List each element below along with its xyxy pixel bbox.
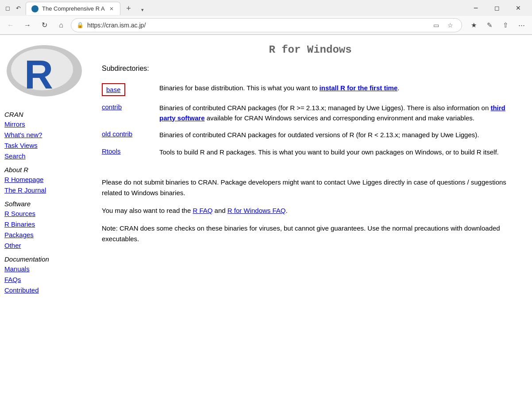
- main-content: R for Windows Subdirectories: base Binar…: [93, 35, 532, 405]
- share-button[interactable]: ⇧: [498, 18, 513, 32]
- more-button[interactable]: ⋯: [514, 18, 528, 32]
- new-tab-button[interactable]: +: [122, 2, 135, 15]
- maximize-button[interactable]: ◻: [487, 1, 507, 15]
- title-bar-icons: ◻ ↶: [4, 4, 22, 12]
- hub-button[interactable]: ★: [466, 18, 481, 32]
- rwin-faq-link[interactable]: R for Windows FAQ: [227, 207, 286, 214]
- rtools-link[interactable]: Rtools: [102, 147, 121, 155]
- install-r-link[interactable]: install R for the first time: [320, 84, 398, 92]
- tab-title: The Comprehensive R A: [42, 5, 105, 12]
- separator: [102, 171, 519, 172]
- old-contrib-desc: Binaries of contributed CRAN packages fo…: [159, 127, 519, 144]
- base-link-cell: base: [102, 80, 159, 100]
- url-text: https://cran.ism.ac.jp/: [87, 22, 426, 29]
- lock-icon: 🔒: [77, 22, 84, 28]
- title-bar: ◻ ↶ The Comprehensive R A ✕ + ▾ − ◻ ✕: [0, 0, 532, 16]
- toolbar-actions: ★ ✎ ⇧ ⋯: [466, 18, 528, 32]
- save-icon[interactable]: ◻: [4, 4, 12, 12]
- home-button[interactable]: ⌂: [54, 18, 68, 32]
- page-title: R for Windows: [102, 44, 519, 56]
- base-desc: Binaries for base distribution. This is …: [159, 80, 519, 100]
- tab-dropdown-button[interactable]: ▾: [137, 4, 148, 15]
- sidebar-link-rsources[interactable]: R Sources: [4, 208, 89, 219]
- sidebar-link-other[interactable]: Other: [4, 240, 89, 251]
- cran-label: CRAN: [4, 111, 89, 118]
- browser-chrome: ◻ ↶ The Comprehensive R A ✕ + ▾ − ◻ ✕ ← …: [0, 0, 532, 35]
- sidebar-link-rbinaries[interactable]: R Binaries: [4, 219, 89, 230]
- virus-notice: Note: CRAN does some checks on these bin…: [102, 223, 519, 244]
- old-contrib-link[interactable]: old contrib: [102, 130, 132, 138]
- sidebar-link-search[interactable]: Search: [4, 151, 89, 162]
- faq-notice: You may also want to read the R FAQ and …: [102, 205, 519, 216]
- about-r-label: About R: [4, 166, 89, 173]
- active-tab[interactable]: The Comprehensive R A ✕: [26, 2, 120, 15]
- back-button[interactable]: ←: [4, 18, 18, 32]
- favorites-button[interactable]: ☆: [444, 19, 456, 31]
- rtools-desc: Tools to build R and R packages. This is…: [159, 144, 519, 161]
- address-bar[interactable]: 🔒 https://cran.ism.ac.jp/ ▭ ☆: [71, 18, 462, 32]
- subdirectories-label: Subdirectories:: [102, 65, 519, 73]
- software-label: Software: [4, 200, 89, 208]
- table-row: Rtools Tools to build R and R packages. …: [102, 144, 519, 161]
- table-row: base Binaries for base distribution. Thi…: [102, 80, 519, 100]
- documentation-label: Documentation: [4, 255, 89, 263]
- contrib-desc: Binaries of contributed CRAN packages (f…: [159, 100, 519, 127]
- sidebar-link-rhomepage[interactable]: R Homepage: [4, 174, 89, 185]
- table-row: old contrib Binaries of contributed CRAN…: [102, 127, 519, 144]
- tab-favicon: [31, 5, 39, 12]
- sidebar-link-packages[interactable]: Packages: [4, 230, 89, 240]
- sidebar-link-whatsnew[interactable]: What's new?: [4, 130, 89, 140]
- forward-button[interactable]: →: [20, 18, 35, 32]
- sidebar-link-rjournal[interactable]: The R Journal: [4, 185, 89, 196]
- sidebar-link-manuals[interactable]: Manuals: [4, 264, 89, 274]
- note-button[interactable]: ✎: [482, 18, 497, 32]
- address-actions: ▭ ☆: [430, 19, 456, 31]
- back-history-icon[interactable]: ↶: [14, 4, 22, 12]
- sidebar-link-faqs[interactable]: FAQs: [4, 274, 89, 285]
- contrib-link[interactable]: contrib: [102, 103, 122, 111]
- old-contrib-link-cell: old contrib: [102, 127, 159, 144]
- refresh-button[interactable]: ↻: [37, 18, 51, 32]
- submit-notice: Please do not submit binaries to CRAN. P…: [102, 177, 519, 198]
- reading-view-button[interactable]: ▭: [430, 19, 442, 31]
- tab-close-button[interactable]: ✕: [108, 5, 115, 13]
- table-row: contrib Binaries of contributed CRAN pac…: [102, 100, 519, 127]
- minimize-button[interactable]: −: [466, 1, 486, 15]
- sidebar-link-taskviews[interactable]: Task Views: [4, 140, 89, 151]
- rtools-link-cell: Rtools: [102, 144, 159, 161]
- svg-text:R: R: [24, 53, 53, 97]
- sidebar-link-mirrors[interactable]: Mirrors: [4, 119, 89, 130]
- page-container: R CRAN Mirrors What's new? Task Views Se…: [0, 35, 532, 405]
- directories-table: base Binaries for base distribution. Thi…: [102, 80, 519, 161]
- nav-bar: ← → ↻ ⌂ 🔒 https://cran.ism.ac.jp/ ▭ ☆ ★ …: [0, 16, 532, 35]
- base-link[interactable]: base: [102, 83, 125, 96]
- close-button[interactable]: ✕: [508, 1, 528, 15]
- contrib-link-cell: contrib: [102, 100, 159, 127]
- sidebar-link-contributed[interactable]: Contributed: [4, 285, 89, 296]
- rfaq-link[interactable]: R FAQ: [193, 207, 212, 214]
- third-party-software-link[interactable]: third party software: [159, 104, 505, 122]
- sidebar: R CRAN Mirrors What's new? Task Views Se…: [0, 35, 93, 405]
- r-logo: R: [4, 42, 84, 100]
